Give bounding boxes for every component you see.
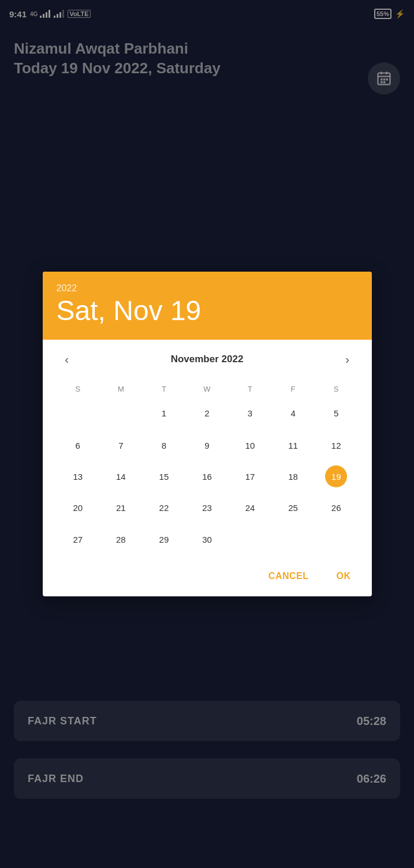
calendar-day-cell[interactable]: 9 <box>185 430 229 461</box>
day-header-sun: S <box>57 381 100 397</box>
calendar-header: S M T W T F S <box>57 381 358 397</box>
cancel-button[interactable]: CANCEL <box>257 565 320 587</box>
calendar-month-label: November 2022 <box>171 354 244 365</box>
dialog-body: ‹ November 2022 › S M T W T F S <box>43 340 372 561</box>
calendar-week-row: 12345 <box>57 397 358 430</box>
day-header-tue: T <box>143 381 186 397</box>
calendar-week-row: 13141516171819 <box>57 461 358 492</box>
calendar-day-cell[interactable]: 3 <box>229 397 272 430</box>
calendar-empty-cell <box>229 523 272 556</box>
dialog-actions: CANCEL OK <box>43 561 372 596</box>
day-header-wed: W <box>185 381 229 397</box>
calendar-day-cell[interactable]: 7 <box>99 430 143 461</box>
dialog-year: 2022 <box>57 283 358 294</box>
calendar-grid: S M T W T F S 12345678910111213141516171… <box>57 381 358 556</box>
dialog-header: 2022 Sat, Nov 19 <box>43 272 372 340</box>
calendar-day-cell[interactable]: 16 <box>185 461 229 492</box>
calendar-week-row: 27282930 <box>57 523 358 556</box>
calendar-day-cell[interactable]: 15 <box>143 461 186 492</box>
prev-month-button[interactable]: ‹ <box>57 349 77 370</box>
calendar-day-cell[interactable]: 29 <box>143 523 186 556</box>
calendar-week-row: 6789101112 <box>57 430 358 461</box>
ok-button[interactable]: OK <box>325 565 363 587</box>
calendar-week-row: 20212223242526 <box>57 492 358 523</box>
calendar-day-cell[interactable]: 14 <box>99 461 143 492</box>
calendar-day-cell[interactable]: 11 <box>271 430 315 461</box>
calendar-day-cell[interactable]: 20 <box>57 492 100 523</box>
calendar-navigation: ‹ November 2022 › <box>57 349 358 370</box>
calendar-day-cell[interactable]: 17 <box>229 461 272 492</box>
day-headers-row: S M T W T F S <box>57 381 358 397</box>
calendar-empty-cell <box>271 523 315 556</box>
calendar-day-cell[interactable]: 30 <box>185 523 229 556</box>
calendar-day-cell[interactable]: 21 <box>99 492 143 523</box>
day-header-fri: F <box>271 381 315 397</box>
calendar-day-cell[interactable]: 22 <box>143 492 186 523</box>
calendar-day-cell[interactable]: 25 <box>271 492 315 523</box>
calendar-day-cell[interactable]: 8 <box>143 430 186 461</box>
calendar-day-cell[interactable]: 12 <box>315 430 358 461</box>
day-header-sat: S <box>315 381 358 397</box>
calendar-empty-cell <box>315 523 358 556</box>
dialog-selected-date: Sat, Nov 19 <box>57 296 358 326</box>
calendar-day-cell[interactable]: 19 <box>315 461 358 492</box>
calendar-day-cell[interactable]: 28 <box>99 523 143 556</box>
calendar-day-cell[interactable]: 1 <box>143 397 186 430</box>
dialog-overlay: 2022 Sat, Nov 19 ‹ November 2022 › S M T… <box>0 0 414 868</box>
calendar-day-cell[interactable]: 24 <box>229 492 272 523</box>
day-header-thu: T <box>229 381 272 397</box>
next-month-button[interactable]: › <box>337 349 358 370</box>
calendar-empty-cell <box>99 397 143 430</box>
calendar-day-cell[interactable]: 23 <box>185 492 229 523</box>
calendar-day-cell[interactable]: 26 <box>315 492 358 523</box>
calendar-day-cell[interactable]: 5 <box>315 397 358 430</box>
day-header-mon: M <box>99 381 143 397</box>
calendar-day-cell[interactable]: 6 <box>57 430 100 461</box>
calendar-day-cell[interactable]: 2 <box>185 397 229 430</box>
calendar-empty-cell <box>57 397 100 430</box>
calendar-day-cell[interactable]: 27 <box>57 523 100 556</box>
calendar-day-cell[interactable]: 4 <box>271 397 315 430</box>
calendar-day-cell[interactable]: 13 <box>57 461 100 492</box>
calendar-body: 1234567891011121314151617181920212223242… <box>57 397 358 556</box>
calendar-day-cell[interactable]: 18 <box>271 461 315 492</box>
calendar-day-cell[interactable]: 10 <box>229 430 272 461</box>
date-picker-dialog: 2022 Sat, Nov 19 ‹ November 2022 › S M T… <box>43 272 372 597</box>
